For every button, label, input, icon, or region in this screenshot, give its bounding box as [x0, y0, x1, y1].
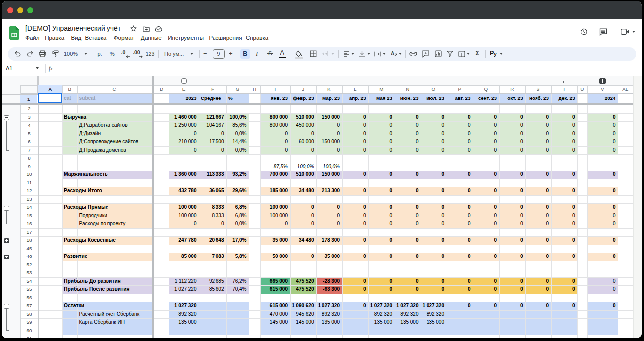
svg-text:A: A — [391, 51, 394, 56]
